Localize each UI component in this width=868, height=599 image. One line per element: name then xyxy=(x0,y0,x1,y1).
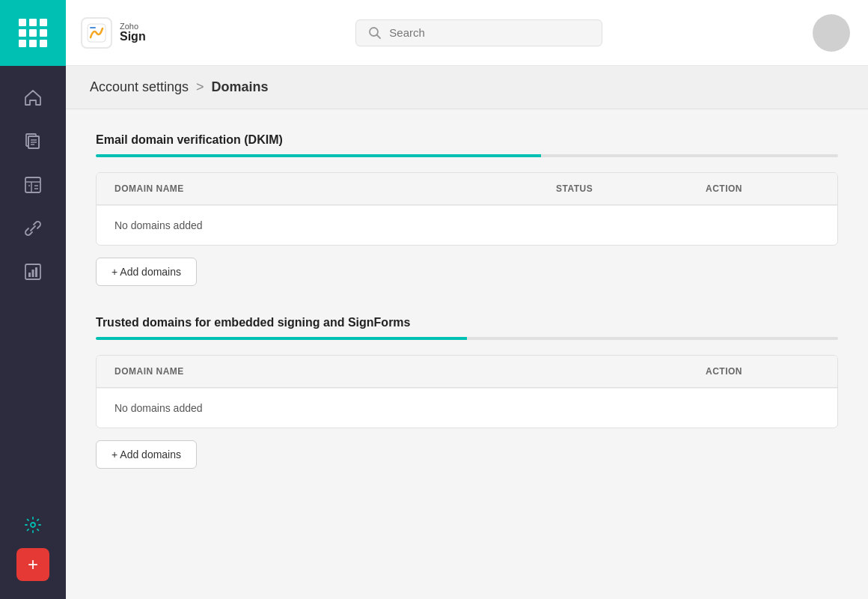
svg-rect-17 xyxy=(28,273,31,277)
svg-line-3 xyxy=(377,34,381,38)
create-fab[interactable]: + xyxy=(16,548,49,581)
grid-icon xyxy=(19,19,47,47)
app-grid-button[interactable] xyxy=(0,0,66,66)
search-bar xyxy=(176,19,783,46)
main-layout: + Account settings > Domains Email domai… xyxy=(0,66,868,599)
dkim-table-header: DOMAIN NAME STATUS ACTION xyxy=(97,173,837,205)
trusted-col-action: ACTION xyxy=(688,356,837,387)
svg-rect-18 xyxy=(32,270,34,277)
trusted-section-title: Trusted domains for embedded signing and… xyxy=(96,316,838,329)
sidebar-item-integrations[interactable] xyxy=(10,208,55,249)
trusted-col-domain: DOMAIN NAME xyxy=(97,356,688,387)
dkim-col-status: STATUS xyxy=(538,173,688,204)
sidebar-item-settings[interactable] xyxy=(10,505,55,545)
logo-icon xyxy=(81,17,112,49)
content-area: Account settings > Domains Email domain … xyxy=(66,66,868,599)
dkim-divider xyxy=(96,154,838,157)
dkim-col-action: ACTION xyxy=(688,173,837,204)
breadcrumb-separator: > xyxy=(196,79,204,95)
trusted-empty-row: No domains added xyxy=(97,388,837,428)
trusted-table: DOMAIN NAME ACTION No domains added xyxy=(96,355,838,428)
search-input[interactable] xyxy=(389,26,590,39)
trusted-divider xyxy=(96,337,838,340)
dkim-col-domain: DOMAIN NAME xyxy=(97,173,538,204)
sidebar-item-home[interactable] xyxy=(10,78,55,118)
sidebar-item-reports[interactable] xyxy=(10,252,55,292)
breadcrumb-current: Domains xyxy=(212,79,269,95)
trusted-add-domains-button[interactable]: + Add domains xyxy=(96,440,197,469)
svg-rect-10 xyxy=(25,177,40,192)
svg-rect-19 xyxy=(35,267,37,277)
dkim-table: DOMAIN NAME STATUS ACTION No domains add… xyxy=(96,172,838,246)
svg-rect-1 xyxy=(90,27,96,28)
svg-point-20 xyxy=(31,523,35,527)
create-fab-icon: + xyxy=(28,554,38,575)
search-input-wrap[interactable] xyxy=(355,19,602,46)
dkim-add-domains-button[interactable]: + Add domains xyxy=(96,258,197,286)
dkim-empty-row: No domains added xyxy=(97,205,837,245)
dkim-section: Email domain verification (DKIM) DOMAIN … xyxy=(96,133,838,286)
logo-sign-text: Sign xyxy=(120,31,146,43)
breadcrumb: Account settings > Domains xyxy=(66,66,868,109)
dkim-empty-message: No domains added xyxy=(114,219,203,231)
sidebar: + xyxy=(0,66,66,599)
avatar[interactable] xyxy=(813,14,850,52)
trusted-empty-message: No domains added xyxy=(114,402,203,414)
breadcrumb-parent[interactable]: Account settings xyxy=(90,79,189,95)
header: Zoho Sign xyxy=(0,0,868,66)
dkim-section-title: Email domain verification (DKIM) xyxy=(96,133,838,147)
page-body: Email domain verification (DKIM) DOMAIN … xyxy=(66,109,868,523)
sidebar-item-documents[interactable] xyxy=(10,121,55,162)
logo-text: Zoho Sign xyxy=(120,22,146,43)
logo: Zoho Sign xyxy=(81,17,146,49)
trusted-section: Trusted domains for embedded signing and… xyxy=(96,316,838,469)
search-icon xyxy=(368,26,382,40)
trusted-table-header: DOMAIN NAME ACTION xyxy=(97,356,837,388)
sidebar-item-templates[interactable] xyxy=(10,165,55,205)
